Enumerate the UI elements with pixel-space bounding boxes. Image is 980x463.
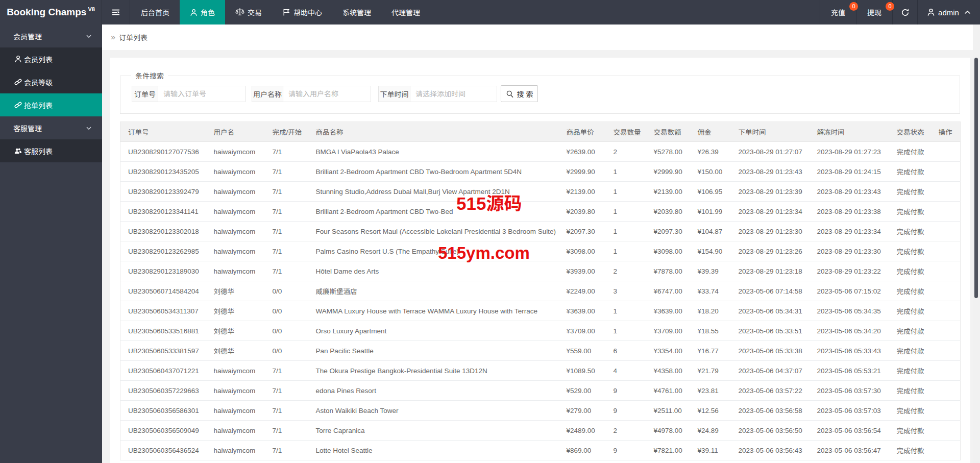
nav-item-label: 交易 bbox=[248, 7, 262, 17]
table-cell: 2023-05-06 03:56:54 bbox=[810, 421, 889, 441]
user-name-input[interactable] bbox=[283, 86, 371, 102]
table-cell: ¥529.00 bbox=[559, 381, 606, 401]
table-row: UB2305060533516881刘德华0/0Orso Luxury Apar… bbox=[120, 321, 961, 341]
table-cell: UB2305060437071221 bbox=[120, 361, 206, 381]
table-cell bbox=[931, 162, 961, 182]
table-cell bbox=[931, 202, 961, 222]
table-cell: UB2305060534311307 bbox=[120, 301, 206, 321]
table-row: UB2305060533381597刘德华0/0Pan Pacific Seat… bbox=[120, 341, 961, 361]
order-no-input[interactable] bbox=[158, 86, 246, 102]
breadcrumb: » 订单列表 bbox=[102, 25, 973, 50]
table-cell: 2023-08-29 01:23:43 bbox=[810, 182, 889, 202]
table-cell bbox=[931, 182, 961, 202]
table-cell: ¥5278.00 bbox=[646, 142, 690, 162]
table-cell bbox=[931, 241, 961, 261]
nav-item-4[interactable]: 帮助中心 bbox=[272, 0, 332, 25]
table-cell: 2023-05-06 03:56:50 bbox=[731, 421, 810, 441]
order-time-input[interactable] bbox=[410, 86, 497, 102]
table-cell: Pan Pacific Seattle bbox=[308, 341, 559, 361]
table-cell: 1 bbox=[606, 301, 646, 321]
table-cell: 7/1 bbox=[265, 222, 308, 241]
table-cell: 完成付款 bbox=[889, 381, 931, 401]
nav-item-5[interactable]: 系统管理 bbox=[332, 0, 381, 25]
nav-item-3[interactable]: 交易 bbox=[225, 0, 272, 25]
table-cell: 2023-08-29 01:23:43 bbox=[731, 162, 810, 182]
table-cell: haiwaiymcom bbox=[206, 202, 265, 222]
table-cell: ¥18.55 bbox=[690, 321, 731, 341]
table-cell: 7/1 bbox=[265, 401, 308, 421]
column-header: 用户名 bbox=[206, 122, 265, 142]
table-row: UB2308290123262985haiwaiymcom7/1Palms Ca… bbox=[120, 241, 961, 261]
table-cell: BMGA l ViaPaola43 Palace bbox=[308, 142, 559, 162]
order-no-label: 订单号 bbox=[132, 86, 158, 102]
table-cell: ¥150.00 bbox=[690, 162, 731, 182]
table-cell: 2023-05-06 05:34:35 bbox=[810, 301, 889, 321]
table-cell bbox=[931, 361, 961, 381]
table-cell: haiwaiymcom bbox=[206, 261, 265, 281]
sidebar-item-会员等级[interactable]: 会员等级 bbox=[0, 70, 102, 93]
table-cell: 完成付款 bbox=[889, 182, 931, 202]
sidebar-item-抢单列表[interactable]: 抢单列表 bbox=[0, 93, 102, 116]
page-scrollbar-thumb[interactable] bbox=[974, 58, 978, 298]
table-cell: ¥3939.00 bbox=[559, 261, 606, 281]
table-cell: edona Pines Resort bbox=[308, 381, 559, 401]
chevron-up-icon bbox=[964, 10, 971, 14]
user-menu[interactable]: admin bbox=[917, 0, 980, 25]
sidebar-collapse-button[interactable] bbox=[102, 0, 130, 25]
table-cell: UB2308290123341141 bbox=[120, 202, 206, 222]
table-cell: ¥3354.00 bbox=[646, 341, 690, 361]
refresh-button[interactable] bbox=[892, 0, 917, 25]
order-no-field-group: 订单号 bbox=[132, 86, 246, 102]
table-cell: 2 bbox=[606, 142, 646, 162]
table-cell bbox=[931, 381, 961, 401]
nav-item-label: 代理管理 bbox=[391, 7, 420, 17]
table-cell: 0/0 bbox=[265, 341, 308, 361]
table-cell: ¥154.90 bbox=[690, 241, 731, 261]
table-cell: 1 bbox=[606, 162, 646, 182]
sidebar-group-1[interactable]: 会员管理 bbox=[0, 25, 102, 47]
table-cell: 2023-05-06 03:56:43 bbox=[731, 441, 810, 460]
table-cell: ¥33.74 bbox=[690, 281, 731, 301]
table-cell: 2023-05-06 05:33:51 bbox=[731, 321, 810, 341]
nav-item-1[interactable]: 后台首页 bbox=[131, 0, 180, 25]
page-scrollbar[interactable] bbox=[973, 25, 980, 463]
nav-item-2[interactable]: 角色 bbox=[180, 0, 225, 25]
recharge-button[interactable]: 充值 0 bbox=[820, 0, 856, 25]
sidebar-item-客服列表[interactable]: 客服列表 bbox=[0, 139, 102, 162]
table-row: UB2305060356509049haiwaiymcom7/1Torre Ca… bbox=[120, 421, 961, 441]
table-cell: UB2308290123262985 bbox=[120, 241, 206, 261]
table-cell: 7/1 bbox=[265, 381, 308, 401]
table-cell: ¥23.81 bbox=[690, 381, 731, 401]
search-panel-legend: 条件搜索 bbox=[131, 72, 168, 80]
table-cell: UB2308290127077536 bbox=[120, 142, 206, 162]
brand-version: V8 bbox=[88, 6, 94, 12]
table-cell: 2 bbox=[606, 261, 646, 281]
table-cell bbox=[931, 142, 961, 162]
column-header: 交易数额 bbox=[646, 122, 690, 142]
table-cell bbox=[931, 401, 961, 421]
table-cell bbox=[931, 281, 961, 301]
top-navigation: 后台首页角色交易帮助中心系统管理代理管理 bbox=[131, 0, 430, 25]
table-cell: Lotte Hotel Seattle bbox=[308, 441, 559, 460]
order-time-label: 下单时间 bbox=[378, 86, 410, 102]
content-card: 条件搜索 订单号 用户名称 下单时间 搜 索 bbox=[110, 58, 970, 463]
sidebar-item-会员列表[interactable]: 会员列表 bbox=[0, 47, 102, 70]
brand-name: Booking Champs bbox=[7, 7, 86, 18]
table-cell: ¥21.79 bbox=[690, 361, 731, 381]
table-cell: ¥3709.00 bbox=[559, 321, 606, 341]
chevron-down-icon bbox=[86, 125, 92, 131]
table-cell: Brilliant 2-Bedroom Apartment CBD Two-Be… bbox=[308, 162, 559, 182]
app: Booking ChampsV8 后台首页角色交易帮助中心系统管理代理管理 充值… bbox=[0, 0, 980, 463]
table-cell: ¥3639.00 bbox=[559, 301, 606, 321]
table-cell: ¥2639.00 bbox=[559, 142, 606, 162]
table-cell bbox=[931, 341, 961, 361]
table-cell: 9 bbox=[606, 441, 646, 460]
sidebar-group-2[interactable]: 客服管理 bbox=[0, 116, 102, 139]
table-cell: 2 bbox=[606, 421, 646, 441]
nav-item-label: 帮助中心 bbox=[293, 7, 322, 17]
withdraw-button[interactable]: 提现 0 bbox=[856, 0, 892, 25]
table-cell: UB2308290123392479 bbox=[120, 182, 206, 202]
nav-item-6[interactable]: 代理管理 bbox=[381, 0, 430, 25]
table-cell: WAMMA Luxury House with Terrace WAMMA Lu… bbox=[308, 301, 559, 321]
search-button[interactable]: 搜 索 bbox=[501, 85, 538, 102]
